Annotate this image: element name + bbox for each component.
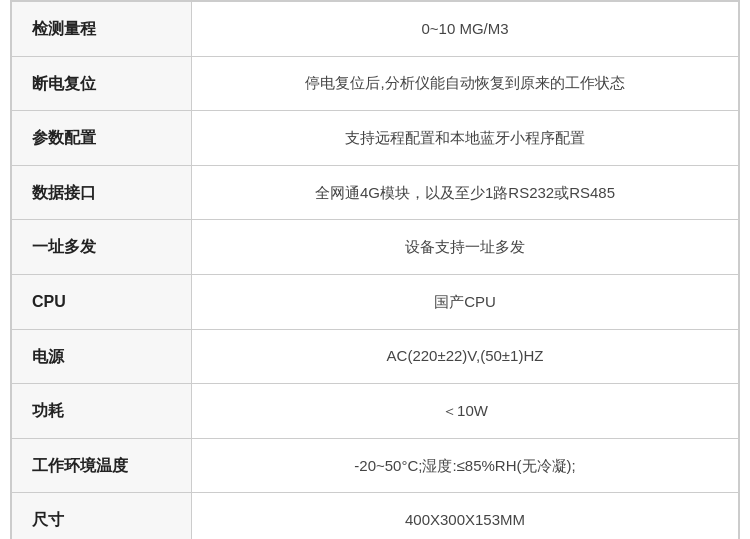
row-value: ＜10W	[192, 384, 739, 439]
row-value: 0~10 MG/M3	[192, 2, 739, 57]
table-row: 检测量程0~10 MG/M3	[12, 2, 739, 57]
row-value: 停电复位后,分析仪能自动恢复到原来的工作状态	[192, 56, 739, 111]
row-value: AC(220±22)V,(50±1)HZ	[192, 329, 739, 384]
row-label: 工作环境温度	[12, 438, 192, 493]
row-value: 400X300X153MM	[192, 493, 739, 539]
row-label: 参数配置	[12, 111, 192, 166]
row-label: 功耗	[12, 384, 192, 439]
row-label: 一址多发	[12, 220, 192, 275]
row-value: 支持远程配置和本地蓝牙小程序配置	[192, 111, 739, 166]
table-row: 数据接口全网通4G模块，以及至少1路RS232或RS485	[12, 165, 739, 220]
table-row: 功耗＜10W	[12, 384, 739, 439]
row-label: 检测量程	[12, 2, 192, 57]
table-row: 参数配置支持远程配置和本地蓝牙小程序配置	[12, 111, 739, 166]
specs-table: 检测量程0~10 MG/M3断电复位停电复位后,分析仪能自动恢复到原来的工作状态…	[10, 0, 740, 539]
row-label: 电源	[12, 329, 192, 384]
row-label: CPU	[12, 274, 192, 329]
table-row: 一址多发设备支持一址多发	[12, 220, 739, 275]
row-value: -20~50°C;湿度:≤85%RH(无冷凝);	[192, 438, 739, 493]
table-row: 工作环境温度-20~50°C;湿度:≤85%RH(无冷凝);	[12, 438, 739, 493]
row-label: 断电复位	[12, 56, 192, 111]
table-row: 电源AC(220±22)V,(50±1)HZ	[12, 329, 739, 384]
table-row: 尺寸400X300X153MM	[12, 493, 739, 539]
table-row: 断电复位停电复位后,分析仪能自动恢复到原来的工作状态	[12, 56, 739, 111]
row-value: 设备支持一址多发	[192, 220, 739, 275]
table-row: CPU国产CPU	[12, 274, 739, 329]
row-value: 国产CPU	[192, 274, 739, 329]
row-label: 尺寸	[12, 493, 192, 539]
row-value: 全网通4G模块，以及至少1路RS232或RS485	[192, 165, 739, 220]
row-label: 数据接口	[12, 165, 192, 220]
